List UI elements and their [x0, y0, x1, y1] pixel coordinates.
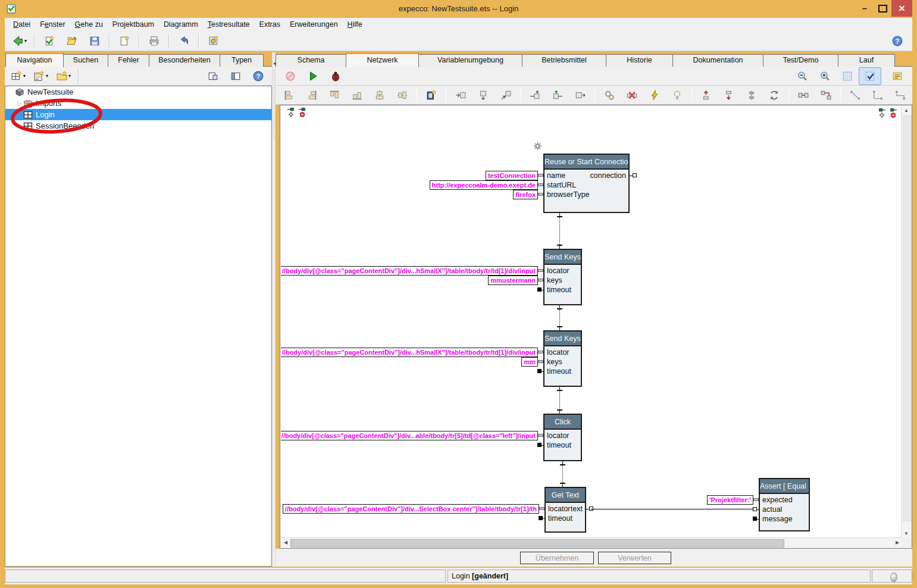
- maximize-button[interactable]: [874, 0, 891, 17]
- grid-select-button[interactable]: [859, 67, 881, 85]
- notes-button[interactable]: [886, 67, 909, 85]
- new-list-button[interactable]: ▾: [30, 67, 52, 85]
- print-button[interactable]: [143, 32, 165, 50]
- chevron-down-icon[interactable]: ▾: [24, 38, 27, 43]
- insert-pin-bottom-button[interactable]: [472, 86, 495, 104]
- scroll-down-icon[interactable]: ▼: [902, 529, 911, 539]
- add-output-pin-button[interactable]: [546, 86, 569, 104]
- discard-button[interactable]: Verwerfen: [598, 552, 671, 564]
- help-button[interactable]: ?: [886, 32, 909, 50]
- input-pin-locator[interactable]: [538, 434, 543, 437]
- tree-item-sessionbeenden[interactable]: SessionBeenden: [5, 120, 271, 132]
- save-button[interactable]: [83, 32, 106, 50]
- zoom-in-button[interactable]: [813, 67, 836, 85]
- run-button[interactable]: [302, 67, 324, 85]
- remove-wires-button[interactable]: [621, 86, 643, 104]
- help-button[interactable]: ?: [247, 67, 270, 85]
- new-document-button[interactable]: [113, 32, 136, 50]
- menu-diagramm[interactable]: Diagramm: [159, 19, 203, 30]
- align-left-button[interactable]: [278, 86, 301, 104]
- input-pin-starturl[interactable]: [538, 183, 543, 186]
- tab-schema[interactable]: Schema: [276, 54, 346, 67]
- tab-fehler[interactable]: Fehler: [108, 54, 149, 67]
- align-top-button[interactable]: [323, 86, 346, 104]
- tab-suchen[interactable]: Suchen: [63, 54, 108, 67]
- output-pin-connection[interactable]: [633, 173, 637, 177]
- vertical-scroll-thumb[interactable]: [903, 115, 911, 521]
- tab-navigation[interactable]: Navigation: [5, 52, 64, 67]
- abort-button[interactable]: [279, 67, 302, 85]
- value-locator[interactable]: //body/div[@class="pageContentDiv"]/div.…: [281, 266, 538, 276]
- open-folder-button[interactable]: [61, 32, 83, 50]
- input-pin-timeout[interactable]: [537, 369, 542, 373]
- zoom-out-button[interactable]: [791, 67, 813, 85]
- scroll-up-icon[interactable]: ▲: [902, 106, 911, 115]
- align-center-h-button[interactable]: [368, 86, 391, 104]
- tab-historie[interactable]: Historie: [606, 54, 673, 67]
- wire-style-tree-button[interactable]: [889, 86, 912, 104]
- chevron-down-icon[interactable]: ▾: [23, 73, 26, 79]
- input-pin-keys[interactable]: [538, 279, 543, 282]
- input-pin-expected[interactable]: [753, 498, 759, 501]
- tab-typen[interactable]: Typen: [220, 54, 264, 67]
- scroll-left-icon[interactable]: ◀: [281, 538, 290, 548]
- value-locator[interactable]: //body/div[@class="pageContentDiv"]/div.…: [281, 348, 538, 357]
- add-step-button[interactable]: [569, 86, 591, 104]
- detach-view-button[interactable]: [202, 67, 224, 85]
- menu-gehe-zu[interactable]: Gehe zu: [70, 19, 108, 30]
- tab-netzwerk[interactable]: Netzwerk: [346, 52, 419, 67]
- minimize-button[interactable]: –: [856, 0, 874, 17]
- new-diagram-button[interactable]: ▾: [7, 67, 30, 85]
- connect-pins-button[interactable]: [792, 86, 815, 104]
- input-pin-timeout[interactable]: [537, 443, 542, 447]
- expander-icon[interactable]: ▷: [16, 101, 23, 107]
- input-pin-message[interactable]: [753, 517, 757, 521]
- horizontal-scroll-thumb[interactable]: [290, 539, 784, 548]
- align-bottom-button[interactable]: [346, 86, 368, 104]
- menu-fenster[interactable]: Fenster: [35, 19, 70, 30]
- menu-testresultate[interactable]: Testresultate: [203, 19, 255, 30]
- new-check-document-button[interactable]: [38, 32, 61, 50]
- chevron-down-icon[interactable]: ▾: [68, 73, 71, 79]
- value-locator[interactable]: //body/div[@class="pageContentDiv"]/div.…: [283, 504, 539, 514]
- value-browsertype[interactable]: firefox: [513, 190, 538, 199]
- apply-button[interactable]: Übernehmen: [520, 552, 594, 564]
- tab-betriebsmittel[interactable]: Betriebsmittel: [522, 54, 606, 67]
- value-starturl[interactable]: http://expeccoalm-demo.exept.de: [430, 180, 538, 190]
- add-input-pin-button[interactable]: [524, 86, 546, 104]
- menu-extras[interactable]: Extras: [255, 19, 285, 30]
- horizontal-scrollbar[interactable]: ◀ ▶: [281, 537, 902, 548]
- input-pin-timeout[interactable]: [539, 516, 543, 520]
- menu-projektbaum[interactable]: Projektbaum: [108, 19, 159, 30]
- align-right-button[interactable]: [301, 86, 323, 104]
- diagram-canvas[interactable]: Reuse or Start ConnectionnametestConnect…: [281, 106, 902, 539]
- back-arrow-button[interactable]: ▾: [8, 32, 31, 50]
- tab-test-demo[interactable]: Test/Demo: [763, 54, 838, 67]
- input-pin-keys[interactable]: [538, 360, 543, 363]
- insert-pin-left-button[interactable]: [449, 86, 472, 104]
- undo-button[interactable]: [173, 32, 195, 50]
- tab-variablenumgebung[interactable]: Variablenumgebung: [418, 54, 522, 67]
- input-pin-locator[interactable]: [538, 351, 543, 354]
- close-button[interactable]: ✕: [891, 0, 912, 17]
- value-locator[interactable]: //body/div[@class="pageContentDiv"]/div.…: [281, 431, 538, 440]
- lower-pin-button[interactable]: [718, 86, 740, 104]
- auto-wire-button[interactable]: [598, 86, 621, 104]
- input-pin-timeout[interactable]: [537, 287, 542, 292]
- input-pin-browsertype[interactable]: [538, 193, 543, 196]
- wire-style-ortho-button[interactable]: [866, 86, 889, 104]
- split-view-button[interactable]: [224, 67, 247, 85]
- block-library-button[interactable]: [420, 86, 443, 104]
- align-center-v-button[interactable]: [391, 86, 414, 104]
- menu-erweiterungen[interactable]: Erweiterungen: [285, 19, 343, 30]
- insert-pin-corner-button[interactable]: [495, 86, 517, 104]
- menu-datei[interactable]: Datei: [8, 19, 35, 30]
- chevron-down-icon[interactable]: ▾: [46, 73, 48, 79]
- scroll-right-icon[interactable]: ▶: [893, 538, 902, 548]
- quick-wire-button[interactable]: [643, 86, 666, 104]
- tab-dokumentation[interactable]: Dokumentation: [672, 54, 763, 67]
- tree-item-imports[interactable]: ▷Imports: [5, 98, 271, 109]
- tab-besonderheiten[interactable]: Besonderheiten: [149, 54, 220, 67]
- connect-steps-button[interactable]: [815, 86, 837, 104]
- input-pin-name[interactable]: [538, 174, 543, 177]
